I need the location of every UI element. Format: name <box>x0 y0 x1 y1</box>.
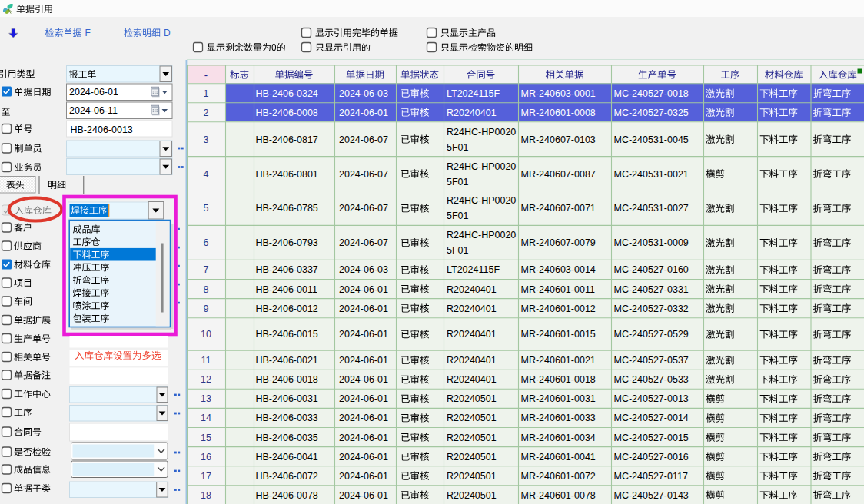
svg-text:2024-06-07: 2024-06-07 <box>339 203 388 214</box>
svg-text:MR-240601-0072: MR-240601-0072 <box>521 471 596 482</box>
svg-text:MR-240603-0001: MR-240603-0001 <box>521 88 596 99</box>
svg-text:-: - <box>204 69 208 81</box>
svg-text:R20240401: R20240401 <box>447 284 497 295</box>
svg-text:5F01: 5F01 <box>447 177 469 187</box>
svg-text:2024-06-01: 2024-06-01 <box>339 433 388 443</box>
svg-text:6: 6 <box>204 237 209 248</box>
svg-text:HB-2406-0033: HB-2406-0033 <box>256 413 318 423</box>
svg-text:8: 8 <box>204 284 209 295</box>
svg-text:MC-240527-0325: MC-240527-0325 <box>614 108 689 118</box>
svg-text:HB-2406-0337: HB-2406-0337 <box>256 264 318 275</box>
svg-text:17: 17 <box>201 471 211 482</box>
svg-text:2024-06-01: 2024-06-01 <box>339 490 388 501</box>
svg-text:2024-06-01: 2024-06-01 <box>339 413 388 423</box>
svg-text:R24HC-HP0020: R24HC-HP0020 <box>447 230 516 240</box>
svg-text:R20240501: R20240501 <box>447 413 497 423</box>
svg-text:MC-240527-0014: MC-240527-0014 <box>614 413 689 423</box>
svg-text:R24HC-HP0020: R24HC-HP0020 <box>447 161 516 172</box>
svg-text:7: 7 <box>204 264 209 275</box>
svg-text:HB-2406-0785: HB-2406-0785 <box>256 203 318 214</box>
svg-text:13: 13 <box>201 393 211 404</box>
svg-text:MC-240527-0332: MC-240527-0332 <box>614 303 689 314</box>
svg-text:MR-240601-0015: MR-240601-0015 <box>521 329 596 340</box>
svg-text:5F01: 5F01 <box>447 142 469 153</box>
svg-text:MR-240601-0078: MR-240601-0078 <box>521 490 596 501</box>
svg-text:MC-240527-0013: MC-240527-0013 <box>614 393 689 404</box>
svg-text:R20240501: R20240501 <box>447 452 497 463</box>
svg-text:LT2024115F: LT2024115F <box>447 264 500 275</box>
svg-text:HB-2406-0801: HB-2406-0801 <box>256 169 318 180</box>
svg-text:D: D <box>164 28 171 38</box>
svg-text:HB-2406-0018: HB-2406-0018 <box>256 374 318 385</box>
svg-text:2024-06-01: 2024-06-01 <box>339 329 388 340</box>
svg-text:HB-2406-0013: HB-2406-0013 <box>71 124 133 135</box>
svg-text:1: 1 <box>204 88 209 99</box>
svg-text:2024-06-07: 2024-06-07 <box>339 134 388 145</box>
svg-text:HB-2406-0008: HB-2406-0008 <box>256 108 318 118</box>
svg-text:HB-2406-0324: HB-2406-0324 <box>256 88 318 99</box>
svg-text:18: 18 <box>201 490 211 501</box>
svg-text:5: 5 <box>204 203 209 214</box>
svg-text:MC-240531-0027: MC-240531-0027 <box>614 203 689 214</box>
svg-text:R24HC-HP0020: R24HC-HP0020 <box>447 127 516 138</box>
svg-text:R20240401: R20240401 <box>447 329 497 340</box>
svg-text:MC-240527-0143: MC-240527-0143 <box>614 490 689 501</box>
svg-text:MR-240601-0012: MR-240601-0012 <box>521 303 596 314</box>
svg-text:2024-06-01: 2024-06-01 <box>339 374 388 385</box>
svg-text:2024-06-01: 2024-06-01 <box>339 452 388 463</box>
svg-text:MC-240531-0009: MC-240531-0009 <box>614 237 689 248</box>
svg-text:MR-240601-0033: MR-240601-0033 <box>521 413 596 423</box>
svg-text:R20240501: R20240501 <box>447 471 497 482</box>
svg-text:HB-2406-0011: HB-2406-0011 <box>256 284 317 295</box>
svg-text:12: 12 <box>201 374 211 385</box>
svg-text:R20240501: R20240501 <box>447 393 497 404</box>
svg-text:2024-06-01: 2024-06-01 <box>339 303 388 314</box>
svg-text:MC-240531-0021: MC-240531-0021 <box>614 169 689 180</box>
svg-text:MC-240527-0018: MC-240527-0018 <box>614 88 689 99</box>
svg-text:MR-240601-0008: MR-240601-0008 <box>521 108 596 118</box>
svg-text:10: 10 <box>201 329 211 340</box>
svg-text:9: 9 <box>204 303 209 314</box>
svg-text:MC-240527-0160: MC-240527-0160 <box>614 264 689 275</box>
svg-text:2: 2 <box>204 108 209 118</box>
svg-text:16: 16 <box>201 452 211 463</box>
svg-text:3: 3 <box>204 134 209 145</box>
svg-text:MC-240527-0533: MC-240527-0533 <box>614 374 689 385</box>
svg-text:MR-240603-0014: MR-240603-0014 <box>521 264 596 275</box>
svg-text:11: 11 <box>201 355 211 366</box>
svg-text:HB-2406-0015: HB-2406-0015 <box>256 329 318 340</box>
svg-text:2024-06-01: 2024-06-01 <box>69 87 118 98</box>
svg-text:14: 14 <box>201 413 211 423</box>
svg-text:HB-2406-0012: HB-2406-0012 <box>256 303 318 314</box>
svg-text:HB-2406-0793: HB-2406-0793 <box>256 237 318 248</box>
svg-text:R20240401: R20240401 <box>447 303 497 314</box>
svg-text:LT2024115F: LT2024115F <box>447 88 500 99</box>
svg-text:MR-240601-0034: MR-240601-0034 <box>521 433 596 443</box>
svg-text:2024-06-03: 2024-06-03 <box>339 264 388 275</box>
svg-text:MR-240607-0071: MR-240607-0071 <box>521 203 596 214</box>
svg-text:MC-240527-0529: MC-240527-0529 <box>614 329 689 340</box>
svg-text:2024-06-01: 2024-06-01 <box>339 284 388 295</box>
svg-text:R20240401: R20240401 <box>447 374 497 385</box>
svg-text:MR-240607-0103: MR-240607-0103 <box>521 134 596 145</box>
svg-text:HB-2406-0078: HB-2406-0078 <box>256 490 318 501</box>
svg-text:2024-06-01: 2024-06-01 <box>339 355 388 366</box>
svg-text:MC-240527-0117: MC-240527-0117 <box>614 471 688 482</box>
svg-text:MR-240607-0079: MR-240607-0079 <box>521 237 596 248</box>
svg-text:MR-240607-0087: MR-240607-0087 <box>521 169 596 180</box>
svg-text:R24HC-HP0020: R24HC-HP0020 <box>447 195 516 206</box>
svg-text:HB-2406-0021: HB-2406-0021 <box>256 355 318 366</box>
svg-text:2024-06-07: 2024-06-07 <box>339 169 388 180</box>
svg-text:HB-2406-0035: HB-2406-0035 <box>256 433 318 443</box>
svg-text:15: 15 <box>201 433 211 443</box>
svg-text:HB-2406-0041: HB-2406-0041 <box>256 452 318 463</box>
svg-text:R20240501: R20240501 <box>447 433 497 443</box>
svg-text:MC-240527-0015: MC-240527-0015 <box>614 433 689 443</box>
svg-text:5F01: 5F01 <box>447 211 469 221</box>
svg-text:HB-2406-0031: HB-2406-0031 <box>256 393 318 404</box>
svg-text:HB-2406-0817: HB-2406-0817 <box>256 134 318 145</box>
svg-text:MR-240601-0031: MR-240601-0031 <box>521 393 596 404</box>
svg-text:MC-240531-0045: MC-240531-0045 <box>614 134 689 145</box>
svg-text:R20240401: R20240401 <box>447 355 497 366</box>
svg-text:R20240401: R20240401 <box>447 108 497 118</box>
